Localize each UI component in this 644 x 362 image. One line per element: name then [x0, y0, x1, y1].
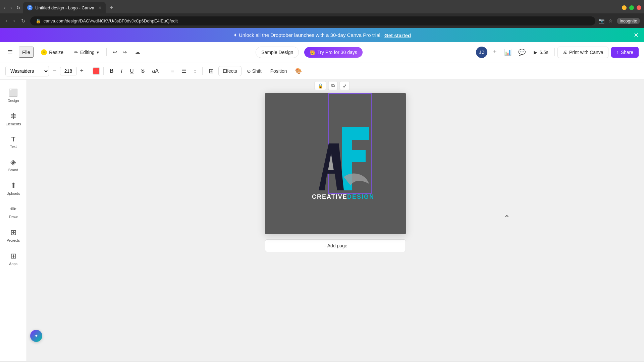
share-icon: ↑ — [616, 50, 619, 55]
lock-button[interactable]: 🔒 — [315, 81, 326, 90]
sidebar-label-design: Design — [7, 99, 19, 103]
url-text: canva.com/design/DAGVwdNCKVU/3sBF0dvJxCp… — [44, 18, 178, 23]
position-button[interactable]: Position — [267, 66, 290, 76]
text-icon: T — [11, 135, 15, 143]
toolbar-divider-2 — [554, 48, 555, 56]
resize-button[interactable]: ✦ Resize — [38, 47, 67, 57]
sidebar-label-uploads: Uploads — [6, 191, 20, 195]
format-divider-4 — [202, 67, 203, 75]
back-button[interactable]: ‹ — [3, 4, 7, 12]
share-label: Share — [621, 50, 633, 55]
try-pro-button[interactable]: 👑 Try Pro for 30 days — [304, 47, 363, 58]
play-duration: 6.5s — [539, 50, 548, 55]
checkerboard-button[interactable]: ⊞ — [206, 66, 216, 76]
forward-button[interactable]: › — [9, 4, 13, 12]
sidebar-label-apps: Apps — [9, 262, 17, 266]
text-color-swatch[interactable] — [93, 67, 100, 75]
sample-design-button[interactable]: Sample Design — [256, 47, 299, 58]
promo-link[interactable]: Get started — [384, 33, 411, 38]
try-pro-label: Try Pro for 30 days — [317, 50, 357, 55]
align-button[interactable]: ≡ — [168, 67, 177, 75]
increase-font-button[interactable]: + — [78, 67, 86, 75]
list-button[interactable]: ☰ — [179, 66, 189, 75]
promo-close-button[interactable]: ✕ — [634, 32, 639, 39]
reload-nav-button[interactable]: ↻ — [20, 16, 27, 25]
underline-button[interactable]: U — [127, 67, 137, 75]
format-divider-1 — [89, 67, 89, 75]
sidebar-item-design[interactable]: ⬜ Design — [2, 85, 25, 106]
editing-button[interactable]: ✏ Editing ▾ — [71, 48, 102, 57]
sidebar-item-uploads[interactable]: ⬆ Uploads — [2, 178, 25, 199]
elements-icon: ❋ — [10, 112, 16, 121]
promo-banner: ✦ Unlock all the Droptober launches with… — [0, 28, 644, 42]
effects-button[interactable]: Effects — [218, 66, 241, 76]
tab-bar: ‹ › ↻ C Untitled design - Logo - Canva ✕… — [0, 0, 644, 13]
shift-label: Shift — [252, 68, 262, 74]
forward-nav-button[interactable]: › — [12, 16, 16, 25]
printer-icon: 🖨 — [562, 50, 567, 55]
save-button[interactable]: ☁ — [133, 47, 142, 57]
comments-button[interactable]: 💬 — [516, 47, 528, 58]
bold-button[interactable]: B — [107, 67, 116, 75]
add-page-button[interactable]: + Add page — [265, 239, 406, 252]
tab-close-button[interactable]: ✕ — [98, 5, 102, 10]
right-toolbar: JD + 📊 💬 ▶ 6.5s 🖨 Print with Canva ↑ Sha… — [476, 47, 639, 58]
stats-button[interactable]: 📊 — [502, 47, 514, 58]
editing-chevron-icon: ▾ — [97, 50, 99, 55]
redo-button[interactable]: ↪ — [120, 47, 129, 57]
case-button[interactable]: aA — [149, 67, 161, 75]
style-picker-button[interactable]: 🎨 — [292, 66, 305, 75]
file-menu-button[interactable]: File — [19, 47, 34, 58]
svg-text:CREATIVE: CREATIVE — [312, 193, 347, 200]
draw-icon: ✏ — [10, 205, 16, 214]
back-nav-button[interactable]: ‹ — [4, 16, 8, 25]
expand-element-button[interactable]: ⤢ — [340, 81, 350, 90]
address-right-controls: 📷 ☆ Incognito — [599, 18, 640, 24]
new-tab-button[interactable]: + — [107, 3, 116, 13]
italic-button[interactable]: I — [118, 67, 125, 75]
active-tab[interactable]: C Untitled design - Logo - Canva ✕ — [23, 2, 106, 13]
share-button[interactable]: ↑ Share — [611, 47, 639, 58]
resize-label: Resize — [49, 50, 63, 55]
play-button[interactable]: ▶ 6.5s — [530, 48, 551, 57]
maximize-button[interactable] — [629, 5, 634, 10]
font-size-input[interactable] — [60, 67, 77, 75]
shift-button[interactable]: ⊙ Shift — [244, 66, 265, 76]
format-divider-2 — [103, 67, 104, 75]
sidebar-item-projects[interactable]: ⊞ Projects — [2, 225, 25, 246]
sidebar-item-draw[interactable]: ✏ Draw — [2, 201, 25, 222]
undo-redo-group: ↩ ↪ — [111, 47, 129, 57]
avatar-button[interactable]: JD — [476, 47, 487, 58]
strikethrough-button[interactable]: S — [139, 67, 148, 75]
logo-design: CREATIVE DESIGN — [292, 123, 379, 204]
spacing-button[interactable]: ↕ — [191, 67, 199, 75]
close-window-button[interactable] — [637, 5, 641, 10]
font-size-control: − + — [51, 67, 86, 75]
add-collaborator-button[interactable]: + — [490, 48, 499, 57]
design-icon: ⬜ — [9, 88, 18, 97]
url-bar[interactable]: 🔒 canva.com/design/DAGVwdNCKVU/3sBF0dvJx… — [30, 16, 596, 25]
canvas-area[interactable]: 🔒 ⧉ ⤢ — [27, 80, 644, 361]
menu-toggle-button[interactable]: ☰ — [5, 47, 15, 58]
reload-button[interactable]: ↻ — [15, 4, 22, 12]
undo-button[interactable]: ↩ — [111, 47, 119, 57]
sidebar-item-apps[interactable]: ⊞ Apps — [2, 248, 25, 269]
format-divider-3 — [165, 67, 165, 75]
decrease-font-button[interactable]: − — [51, 67, 59, 75]
sidebar-item-text[interactable]: T Text — [2, 132, 25, 152]
sidebar-item-brand[interactable]: ◈ Brand — [2, 155, 25, 175]
center-toolbar: Sample Design 👑 Try Pro for 30 days — [146, 47, 472, 58]
content-area: ⬜ Design ❋ Elements T Text ◈ Brand ⬆ Upl… — [0, 80, 644, 361]
canvas-frame[interactable]: CREATIVE DESIGN — [265, 93, 406, 234]
edit-pencil-icon: ✏ — [74, 50, 78, 55]
editing-label: Editing — [80, 50, 95, 55]
sidebar-item-elements[interactable]: ❋ Elements — [2, 109, 25, 129]
duplicate-button[interactable]: ⧉ — [328, 81, 338, 90]
apps-icon: ⊞ — [10, 252, 16, 260]
print-button[interactable]: 🖨 Print with Canva — [557, 47, 608, 58]
sidebar-label-brand: Brand — [8, 168, 18, 172]
minimize-button[interactable] — [622, 5, 627, 10]
sidebar-label-text: Text — [10, 144, 16, 148]
ai-assistant-button[interactable]: ✦ — [30, 330, 42, 342]
font-selector[interactable]: Wasraiders — [5, 66, 49, 76]
